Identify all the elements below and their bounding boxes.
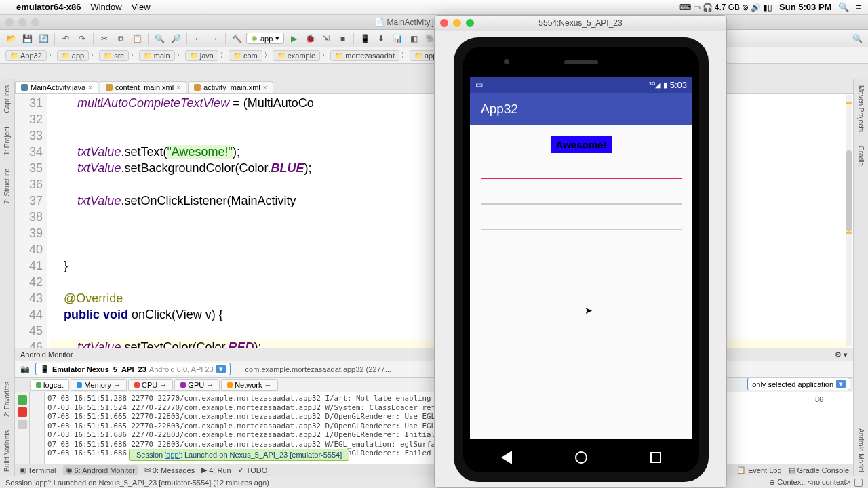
process-select[interactable]: com.example.mortezasaadat.app32 (2277...: [245, 365, 391, 373]
captures-tool[interactable]: Captures: [3, 85, 11, 113]
nav-home-button[interactable]: [575, 451, 587, 464]
crumb-4[interactable]: 📁java: [185, 50, 218, 61]
emulator-window[interactable]: 5554:Nexus_5_API_23 ▭ ³ᴳ◢ ▮ 5:03 App32 A…: [434, 15, 727, 488]
editor-tab-mainactivity[interactable]: MainActivity.java×: [15, 81, 98, 93]
undo-icon[interactable]: ↶: [59, 32, 73, 45]
project-tool[interactable]: 1: Project: [3, 127, 11, 155]
crumb-5[interactable]: 📁com: [229, 50, 262, 61]
gradle-tool[interactable]: Gradle: [857, 146, 865, 166]
tool-todo[interactable]: ✓ TODO: [238, 466, 268, 474]
tool-run[interactable]: ▶ 4: Run: [201, 466, 231, 474]
restart-icon[interactable]: [18, 395, 27, 405]
volume-icon[interactable]: 🔊: [751, 3, 761, 12]
close-icon[interactable]: ×: [88, 84, 92, 92]
avd-icon[interactable]: 📱: [358, 32, 372, 45]
debug-button[interactable]: 🐞: [303, 32, 317, 45]
find-icon[interactable]: 🔍: [153, 32, 166, 45]
nav-back-button[interactable]: [501, 451, 512, 464]
editor-tab-activity-main[interactable]: activity_main.xml×: [188, 81, 273, 93]
paste-icon[interactable]: 📋: [130, 32, 144, 45]
run-config-select[interactable]: ◉ app ▾: [246, 33, 284, 44]
maven-tool[interactable]: Maven Projects: [857, 85, 865, 132]
run-button[interactable]: ▶: [287, 32, 300, 45]
layout-icon[interactable]: ◧: [407, 32, 420, 45]
tool-terminal[interactable]: ▣ Terminal: [19, 466, 56, 474]
tab-network[interactable]: Network →: [221, 379, 277, 391]
lock-icon[interactable]: [854, 479, 863, 487]
menubar-clock[interactable]: Sun 5:03 PM: [779, 2, 831, 12]
zoom-emulator-button[interactable]: [466, 19, 474, 27]
search-everywhere-icon[interactable]: 🔍: [850, 32, 864, 45]
redo-icon[interactable]: ↷: [75, 32, 89, 45]
phone-screen[interactable]: ▭ ³ᴳ◢ ▮ 5:03 App32 Awesome!: [470, 77, 692, 439]
close-emulator-button[interactable]: [440, 19, 448, 27]
editor-scrollbar-thumb[interactable]: [846, 150, 852, 232]
monitor-icon[interactable]: 📊: [391, 32, 404, 45]
build-icon[interactable]: 🔨: [230, 32, 243, 45]
log-filter-select[interactable]: only selected application▾: [747, 378, 850, 390]
tool-event-log[interactable]: 📋 Event Log: [736, 466, 782, 474]
tab-logcat[interactable]: logcat: [30, 379, 69, 391]
nav-recent-button[interactable]: [650, 452, 661, 463]
tab-gpu[interactable]: GPU →: [174, 379, 220, 391]
menubar-app-name[interactable]: emulator64-x86: [16, 2, 81, 12]
menu-window[interactable]: Window: [90, 2, 121, 12]
zoom-window-button[interactable]: [31, 18, 39, 26]
tab-cpu[interactable]: CPU →: [128, 379, 173, 391]
back-icon[interactable]: ←: [191, 32, 205, 45]
android-status-bar[interactable]: ▭ ³ᴳ◢ ▮ 5:03: [470, 77, 692, 93]
tool-messages[interactable]: ✉ 0: Messages: [144, 466, 195, 474]
favorites-tool[interactable]: 2: Favorites: [3, 382, 11, 417]
notification-icon[interactable]: ≡: [856, 2, 861, 12]
forward-icon[interactable]: →: [208, 32, 221, 45]
display-icon[interactable]: ▭: [693, 3, 701, 12]
monitor-gear-icon[interactable]: ⚙ ▾: [835, 350, 848, 359]
awesome-text-view[interactable]: Awesome!: [551, 136, 612, 153]
crumb-6[interactable]: 📁example: [273, 50, 321, 61]
open-file-icon[interactable]: 📂: [4, 32, 18, 45]
tool-gradle-console[interactable]: ▤ Gradle Console: [789, 466, 849, 474]
crumb-3[interactable]: 📁main: [139, 50, 175, 61]
ram-indicator[interactable]: 4.7 GB: [715, 3, 740, 12]
close-window-button[interactable]: [5, 18, 14, 26]
minimize-window-button[interactable]: [18, 18, 26, 26]
minimize-emulator-button[interactable]: [453, 19, 461, 27]
edit-text-2[interactable]: [481, 203, 682, 205]
stop-log-icon[interactable]: [18, 407, 27, 417]
tab-memory[interactable]: Memory →: [71, 379, 127, 391]
app-title: App32: [481, 102, 518, 117]
structure-tool[interactable]: 7: Structure: [3, 169, 11, 204]
cut-icon[interactable]: ✂: [98, 32, 111, 45]
screenshot-icon[interactable]: 📷: [19, 365, 31, 373]
close-icon[interactable]: ×: [263, 84, 267, 92]
crumb-1[interactable]: 📁app: [57, 50, 89, 61]
spotlight-icon[interactable]: 🔍: [838, 2, 849, 12]
editor-tab-content-main[interactable]: content_main.xml×: [100, 81, 186, 93]
close-icon[interactable]: ×: [176, 84, 180, 92]
android-model-tool[interactable]: Android Model: [857, 428, 865, 472]
copy-icon[interactable]: ⧉: [114, 32, 127, 45]
sync-icon[interactable]: 🔄: [37, 32, 50, 45]
wifi-icon[interactable]: ⊚: [742, 3, 749, 12]
status-context[interactable]: ⊕ Context: <no context>: [769, 478, 850, 487]
edit-text-1[interactable]: [481, 178, 682, 179]
misc-icon[interactable]: [18, 420, 27, 429]
crumb-7[interactable]: 📁mortezasaadat: [330, 50, 399, 61]
crumb-2[interactable]: 📁src: [99, 50, 129, 61]
device-select[interactable]: 📱 Emulator Nexus_5_API_23 Android 6.0, A…: [35, 363, 231, 375]
stop-icon[interactable]: ■: [336, 32, 349, 45]
emulator-titlebar[interactable]: 5554:Nexus_5_API_23: [435, 16, 726, 30]
battery-icon[interactable]: ▮▯: [763, 3, 772, 12]
menu-view[interactable]: View: [132, 2, 151, 12]
session-hint[interactable]: Session 'app': Launched on Nexus_5_API_2…: [129, 449, 349, 461]
keyboard-icon[interactable]: ⌨: [679, 3, 691, 12]
save-icon[interactable]: 💾: [20, 32, 34, 45]
crumb-0[interactable]: 📁App32: [5, 50, 47, 61]
build-variants-tool[interactable]: Build Variants: [3, 430, 11, 472]
edit-text-3[interactable]: [481, 229, 682, 230]
replace-icon[interactable]: 🔎: [169, 32, 182, 45]
attach-icon[interactable]: ⇲: [319, 32, 333, 45]
tool-android-monitor[interactable]: ◉ 6: Android Monitor: [63, 465, 138, 475]
sdk-icon[interactable]: ⬇: [374, 32, 388, 45]
headphones-icon[interactable]: 🎧: [703, 3, 713, 12]
